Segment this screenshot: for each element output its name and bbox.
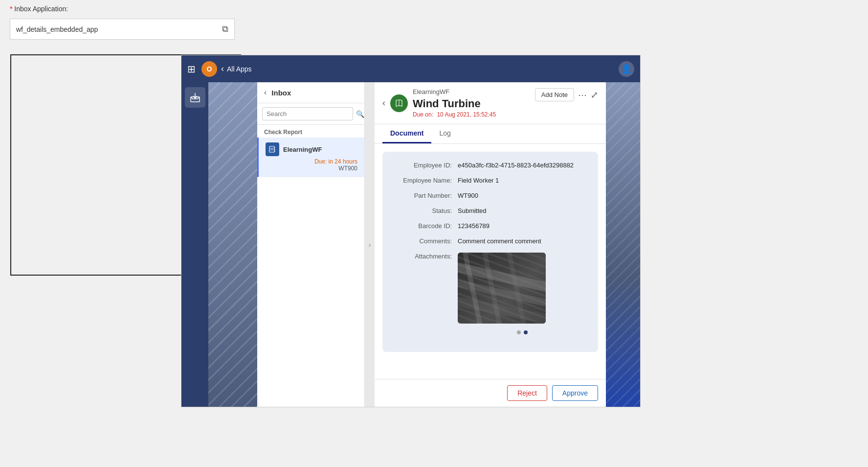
status-label: Status: <box>394 207 458 214</box>
tab-document[interactable]: Document <box>382 124 431 143</box>
inbox-item-header: ElearningWF <box>266 142 357 156</box>
app-window: ⊞ O ‹ All Apps 👤 <box>181 55 641 407</box>
detail-header: ‹ ElearningWF Wind Turbine Due on: <box>375 82 606 124</box>
chevron-right-icon: › <box>369 241 371 249</box>
nav-bar: ⊞ O ‹ All Apps 👤 <box>181 55 640 82</box>
detail-task-title: Wind Turbine <box>413 97 496 110</box>
status-value: Submitted <box>458 207 586 214</box>
reject-button[interactable]: Reject <box>507 385 547 401</box>
nav-all-apps-label[interactable]: All Apps <box>227 65 252 73</box>
detail-panel: ‹ ElearningWF Wind Turbine Due on: <box>375 82 606 407</box>
attachments-field: Attachments: <box>394 253 586 334</box>
more-options-icon[interactable]: ⋯ <box>578 90 587 100</box>
inbox-back-icon[interactable]: ‹ <box>264 88 267 97</box>
detail-app-name: ElearningWF <box>413 88 496 95</box>
approve-button[interactable]: Approve <box>552 385 598 401</box>
grid-icon[interactable]: ⊞ <box>187 63 196 75</box>
part-number-field: Part Number: WT900 <box>394 192 586 199</box>
dot-1[interactable] <box>517 330 521 334</box>
attachment-thumbnail[interactable] <box>458 253 546 324</box>
inbox-section-label: Check Report <box>257 125 364 138</box>
dot-2[interactable] <box>524 330 528 334</box>
inbox-item-name: ElearningWF <box>283 146 322 153</box>
panel-divider[interactable]: › <box>365 82 375 407</box>
app-input-value: wf_details_embedded_app <box>16 25 218 33</box>
detail-tabs: Document Log <box>375 124 606 144</box>
sidebar-inbox-icon[interactable] <box>185 87 205 108</box>
employee-id-value: e450a3fc-f3b2-4715-8823-64efd3298882 <box>458 162 586 169</box>
copy-icon[interactable]: ⧉ <box>222 24 228 34</box>
inbox-item-due: Due: in 24 hours <box>266 158 357 165</box>
document-card: Employee ID: e450a3fc-f3b2-4715-8823-64e… <box>382 152 598 352</box>
inbox-search-bar: 🔍 <box>257 103 364 125</box>
attachments-content <box>458 253 586 334</box>
detail-content: Employee ID: e450a3fc-f3b2-4715-8823-64e… <box>375 144 606 379</box>
comments-field: Comments: Comment comment comment <box>394 237 586 245</box>
barcode-id-value: 123456789 <box>458 222 586 230</box>
label-text: Inbox Application: <box>14 5 68 13</box>
barcode-id-label: Barcode ID: <box>394 222 458 230</box>
tab-log[interactable]: Log <box>431 124 458 143</box>
employee-name-field: Employee Name: Field Worker 1 <box>394 177 586 184</box>
status-field: Status: Submitted <box>394 207 586 214</box>
detail-app-logo <box>390 94 408 112</box>
attachment-image <box>458 253 546 324</box>
svg-rect-5 <box>269 146 274 152</box>
employee-id-field: Employee ID: e450a3fc-f3b2-4715-8823-64e… <box>394 162 586 169</box>
inbox-application-label: * Inbox Application: <box>10 5 68 13</box>
expand-icon[interactable]: ⤢ <box>591 90 598 100</box>
employee-name-value: Field Worker 1 <box>458 177 586 184</box>
barcode-id-field: Barcode ID: 123456789 <box>394 222 586 230</box>
part-number-value: WT900 <box>458 192 586 199</box>
content-area: ‹ Inbox 🔍 Check Report <box>181 82 640 407</box>
detail-title-area: ElearningWF Wind Turbine Due on: 10 Aug … <box>413 88 496 118</box>
employee-name-label: Employee Name: <box>394 177 458 184</box>
inbox-panel: ‹ Inbox 🔍 Check Report <box>257 82 365 407</box>
employee-id-label: Employee ID: <box>394 162 458 169</box>
sidebar <box>181 82 208 407</box>
comments-label: Comments: <box>394 237 458 245</box>
inbox-item-wt: WT900 <box>266 165 357 172</box>
nav-user-icon[interactable]: 👤 <box>619 61 634 77</box>
part-number-label: Part Number: <box>394 192 458 199</box>
carousel-dots <box>458 330 586 334</box>
search-icon: 🔍 <box>356 110 364 118</box>
nav-brand-circle: O <box>201 61 217 77</box>
inbox-item-icon <box>266 142 279 156</box>
search-input[interactable] <box>262 107 353 120</box>
required-star: * <box>10 5 12 13</box>
detail-actions: Add Note ⋯ ⤢ <box>535 88 598 101</box>
detail-footer: Reject Approve <box>375 379 606 407</box>
detail-back-icon[interactable]: ‹ <box>382 98 385 108</box>
comments-value: Comment comment comment <box>458 237 586 245</box>
attachments-label: Attachments: <box>394 253 458 334</box>
due-prefix: Due on: <box>413 111 433 118</box>
app-input-container: wf_details_embedded_app ⧉ <box>10 19 235 40</box>
due-date: 10 Aug 2021, 15:52:45 <box>437 111 496 118</box>
add-note-button[interactable]: Add Note <box>535 88 574 101</box>
bg-image-area <box>208 82 257 407</box>
inbox-title: Inbox <box>271 89 291 97</box>
detail-due: Due on: 10 Aug 2021, 15:52:45 <box>413 111 496 118</box>
inbox-list-item[interactable]: ElearningWF Due: in 24 hours WT900 <box>257 138 364 177</box>
inbox-header: ‹ Inbox <box>257 82 364 103</box>
detail-header-left: ‹ ElearningWF Wind Turbine Due on: <box>382 88 496 118</box>
nav-back-icon[interactable]: ‹ <box>221 64 224 74</box>
right-image-strip <box>606 82 640 407</box>
